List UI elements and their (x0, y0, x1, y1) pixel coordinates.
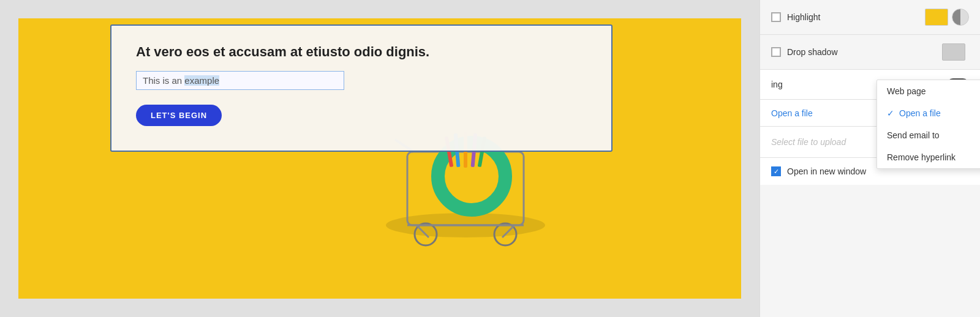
drop-shadow-label: Drop shadow (787, 47, 942, 57)
dropdown-item-openfile[interactable]: ✓ Open a file (877, 102, 980, 124)
drop-shadow-checkbox[interactable] (771, 47, 781, 57)
open-new-window-checkbox[interactable] (771, 166, 781, 176)
dropdown-item-label: Web page (887, 86, 926, 96)
input-normal-text: This is an (143, 75, 184, 86)
input-highlighted-text: example (184, 75, 219, 86)
highlight-opacity-icon[interactable] (952, 9, 969, 26)
drop-shadow-swatch[interactable] (942, 43, 965, 61)
dropdown-item-webpage[interactable]: Web page (877, 80, 980, 102)
card-title: At vero eos et accusam at etiusto odio d… (136, 44, 587, 60)
dropdown-item-label: Remove hyperlink (887, 152, 956, 162)
dropdown-menu: Web page ✓ Open a file Send email to Rem… (876, 80, 980, 169)
dropdown-item-sendemail[interactable]: Send email to (877, 124, 980, 146)
canvas-area: At vero eos et accusam at etiusto odio d… (0, 0, 760, 317)
dropdown-item-removehyperlink[interactable]: Remove hyperlink (877, 146, 980, 168)
content-card: At vero eos et accusam at etiusto odio d… (110, 24, 612, 152)
drop-shadow-row: Drop shadow (760, 35, 980, 70)
highlight-color-swatch[interactable] (925, 9, 948, 26)
highlight-row: Highlight (760, 0, 980, 35)
dropdown-item-label: Send email to (887, 130, 940, 140)
canvas-image: At vero eos et accusam at etiusto odio d… (18, 18, 741, 299)
right-panel: Highlight Drop shadow Web page ✓ Open a … (760, 0, 980, 317)
highlight-checkbox[interactable] (771, 12, 781, 22)
check-mark-icon: ✓ (887, 108, 894, 118)
dropdown-item-label: Open a file (899, 108, 941, 118)
highlight-label: Highlight (787, 12, 925, 22)
begin-button[interactable]: LET'S BEGIN (136, 105, 222, 126)
